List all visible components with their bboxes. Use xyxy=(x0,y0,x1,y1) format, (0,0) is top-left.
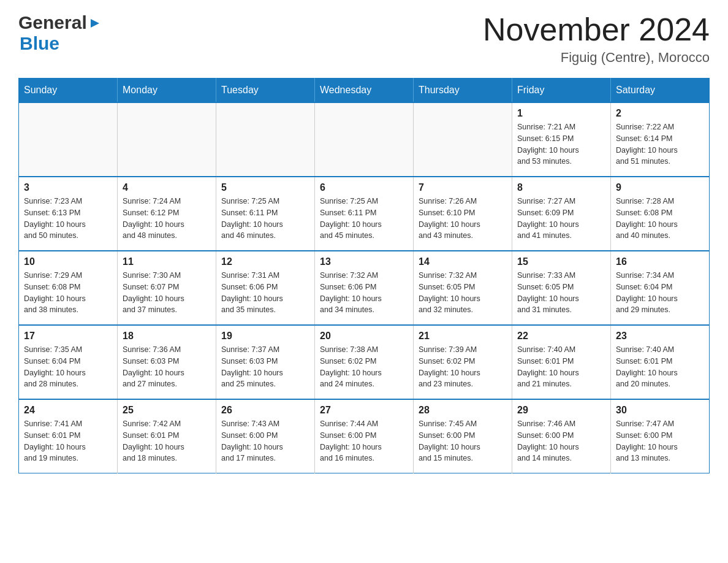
calendar-cell: 30Sunrise: 7:47 AM Sunset: 6:00 PM Dayli… xyxy=(611,399,710,473)
calendar-cell: 2Sunrise: 7:22 AM Sunset: 6:14 PM Daylig… xyxy=(611,102,710,177)
day-info: Sunrise: 7:32 AM Sunset: 6:05 PM Dayligh… xyxy=(419,270,507,316)
day-info: Sunrise: 7:46 AM Sunset: 6:00 PM Dayligh… xyxy=(517,418,605,464)
calendar-cell: 18Sunrise: 7:36 AM Sunset: 6:03 PM Dayli… xyxy=(118,325,216,399)
logo-general-text: General xyxy=(18,12,87,33)
weekday-header: Friday xyxy=(512,79,611,103)
day-number: 21 xyxy=(419,331,507,342)
day-info: Sunrise: 7:37 AM Sunset: 6:03 PM Dayligh… xyxy=(221,344,309,390)
day-info: Sunrise: 7:24 AM Sunset: 6:12 PM Dayligh… xyxy=(123,196,211,242)
day-number: 4 xyxy=(123,182,211,193)
day-number: 9 xyxy=(616,182,704,193)
calendar-cell: 21Sunrise: 7:39 AM Sunset: 6:02 PM Dayli… xyxy=(414,325,512,399)
day-info: Sunrise: 7:28 AM Sunset: 6:08 PM Dayligh… xyxy=(616,196,704,242)
day-number: 30 xyxy=(616,405,704,416)
day-number: 12 xyxy=(221,256,309,267)
calendar-cell: 27Sunrise: 7:44 AM Sunset: 6:00 PM Dayli… xyxy=(315,399,414,473)
day-info: Sunrise: 7:44 AM Sunset: 6:00 PM Dayligh… xyxy=(320,418,408,464)
day-number: 14 xyxy=(419,256,507,267)
calendar-cell: 6Sunrise: 7:25 AM Sunset: 6:11 PM Daylig… xyxy=(315,177,414,251)
weekday-header: Saturday xyxy=(611,79,710,103)
day-info: Sunrise: 7:26 AM Sunset: 6:10 PM Dayligh… xyxy=(419,196,507,242)
day-number: 3 xyxy=(24,182,112,193)
calendar-cell: 13Sunrise: 7:32 AM Sunset: 6:06 PM Dayli… xyxy=(315,251,414,325)
day-info: Sunrise: 7:25 AM Sunset: 6:11 PM Dayligh… xyxy=(320,196,408,242)
calendar-header-row: SundayMondayTuesdayWednesdayThursdayFrid… xyxy=(19,79,710,103)
calendar-table: SundayMondayTuesdayWednesdayThursdayFrid… xyxy=(18,78,710,473)
day-number: 17 xyxy=(24,331,112,342)
calendar-cell: 28Sunrise: 7:45 AM Sunset: 6:00 PM Dayli… xyxy=(414,399,512,473)
calendar-cell: 10Sunrise: 7:29 AM Sunset: 6:08 PM Dayli… xyxy=(19,251,118,325)
day-number: 10 xyxy=(24,256,112,267)
day-info: Sunrise: 7:35 AM Sunset: 6:04 PM Dayligh… xyxy=(24,344,112,390)
calendar-cell: 1Sunrise: 7:21 AM Sunset: 6:15 PM Daylig… xyxy=(512,102,611,177)
calendar-cell xyxy=(19,102,118,177)
day-info: Sunrise: 7:42 AM Sunset: 6:01 PM Dayligh… xyxy=(123,418,211,464)
day-info: Sunrise: 7:29 AM Sunset: 6:08 PM Dayligh… xyxy=(24,270,112,316)
calendar-cell: 19Sunrise: 7:37 AM Sunset: 6:03 PM Dayli… xyxy=(216,325,315,399)
calendar-cell: 7Sunrise: 7:26 AM Sunset: 6:10 PM Daylig… xyxy=(414,177,512,251)
month-title: November 2024 xyxy=(483,12,710,47)
day-number: 5 xyxy=(221,182,309,193)
calendar-week-row: 17Sunrise: 7:35 AM Sunset: 6:04 PM Dayli… xyxy=(19,325,710,399)
logo-blue-text: Blue xyxy=(20,33,59,54)
calendar-cell: 25Sunrise: 7:42 AM Sunset: 6:01 PM Dayli… xyxy=(118,399,216,473)
day-number: 1 xyxy=(517,108,605,119)
weekday-header: Sunday xyxy=(19,79,118,103)
day-number: 7 xyxy=(419,182,507,193)
calendar-cell: 12Sunrise: 7:31 AM Sunset: 6:06 PM Dayli… xyxy=(216,251,315,325)
calendar-cell xyxy=(118,102,216,177)
day-info: Sunrise: 7:38 AM Sunset: 6:02 PM Dayligh… xyxy=(320,344,408,390)
day-number: 19 xyxy=(221,331,309,342)
logo: General Blue xyxy=(18,12,102,54)
day-info: Sunrise: 7:40 AM Sunset: 6:01 PM Dayligh… xyxy=(616,344,704,390)
weekday-header: Monday xyxy=(118,79,216,103)
day-info: Sunrise: 7:45 AM Sunset: 6:00 PM Dayligh… xyxy=(419,418,507,464)
day-info: Sunrise: 7:41 AM Sunset: 6:01 PM Dayligh… xyxy=(24,418,112,464)
weekday-header: Wednesday xyxy=(315,79,414,103)
calendar-cell: 20Sunrise: 7:38 AM Sunset: 6:02 PM Dayli… xyxy=(315,325,414,399)
calendar-cell: 14Sunrise: 7:32 AM Sunset: 6:05 PM Dayli… xyxy=(414,251,512,325)
calendar-cell xyxy=(315,102,414,177)
calendar-cell: 4Sunrise: 7:24 AM Sunset: 6:12 PM Daylig… xyxy=(118,177,216,251)
day-info: Sunrise: 7:30 AM Sunset: 6:07 PM Dayligh… xyxy=(123,270,211,316)
calendar-week-row: 24Sunrise: 7:41 AM Sunset: 6:01 PM Dayli… xyxy=(19,399,710,473)
location: Figuig (Centre), Morocco xyxy=(483,50,710,66)
day-number: 25 xyxy=(123,405,211,416)
day-number: 20 xyxy=(320,331,408,342)
day-number: 22 xyxy=(517,331,605,342)
day-number: 27 xyxy=(320,405,408,416)
day-info: Sunrise: 7:22 AM Sunset: 6:14 PM Dayligh… xyxy=(616,121,704,167)
day-info: Sunrise: 7:47 AM Sunset: 6:00 PM Dayligh… xyxy=(616,418,704,464)
day-info: Sunrise: 7:25 AM Sunset: 6:11 PM Dayligh… xyxy=(221,196,309,242)
logo-triangle-icon xyxy=(88,17,102,30)
calendar-cell: 9Sunrise: 7:28 AM Sunset: 6:08 PM Daylig… xyxy=(611,177,710,251)
calendar-cell: 3Sunrise: 7:23 AM Sunset: 6:13 PM Daylig… xyxy=(19,177,118,251)
weekday-header: Tuesday xyxy=(216,79,315,103)
day-number: 24 xyxy=(24,405,112,416)
calendar-cell: 11Sunrise: 7:30 AM Sunset: 6:07 PM Dayli… xyxy=(118,251,216,325)
calendar-cell: 5Sunrise: 7:25 AM Sunset: 6:11 PM Daylig… xyxy=(216,177,315,251)
svg-marker-0 xyxy=(91,19,99,28)
calendar-week-row: 10Sunrise: 7:29 AM Sunset: 6:08 PM Dayli… xyxy=(19,251,710,325)
calendar-cell: 16Sunrise: 7:34 AM Sunset: 6:04 PM Dayli… xyxy=(611,251,710,325)
day-info: Sunrise: 7:33 AM Sunset: 6:05 PM Dayligh… xyxy=(517,270,605,316)
weekday-header: Thursday xyxy=(414,79,512,103)
calendar-cell: 22Sunrise: 7:40 AM Sunset: 6:01 PM Dayli… xyxy=(512,325,611,399)
day-number: 11 xyxy=(123,256,211,267)
calendar-cell: 8Sunrise: 7:27 AM Sunset: 6:09 PM Daylig… xyxy=(512,177,611,251)
day-info: Sunrise: 7:39 AM Sunset: 6:02 PM Dayligh… xyxy=(419,344,507,390)
day-number: 2 xyxy=(616,108,704,119)
calendar-cell xyxy=(216,102,315,177)
day-info: Sunrise: 7:36 AM Sunset: 6:03 PM Dayligh… xyxy=(123,344,211,390)
day-number: 23 xyxy=(616,331,704,342)
day-number: 28 xyxy=(419,405,507,416)
day-number: 8 xyxy=(517,182,605,193)
day-info: Sunrise: 7:21 AM Sunset: 6:15 PM Dayligh… xyxy=(517,121,605,167)
day-info: Sunrise: 7:32 AM Sunset: 6:06 PM Dayligh… xyxy=(320,270,408,316)
day-number: 18 xyxy=(123,331,211,342)
calendar-cell: 15Sunrise: 7:33 AM Sunset: 6:05 PM Dayli… xyxy=(512,251,611,325)
page-header: General Blue November 2024 Figuig (Centr… xyxy=(18,12,710,66)
calendar-week-row: 3Sunrise: 7:23 AM Sunset: 6:13 PM Daylig… xyxy=(19,177,710,251)
calendar-cell xyxy=(414,102,512,177)
day-info: Sunrise: 7:43 AM Sunset: 6:00 PM Dayligh… xyxy=(221,418,309,464)
